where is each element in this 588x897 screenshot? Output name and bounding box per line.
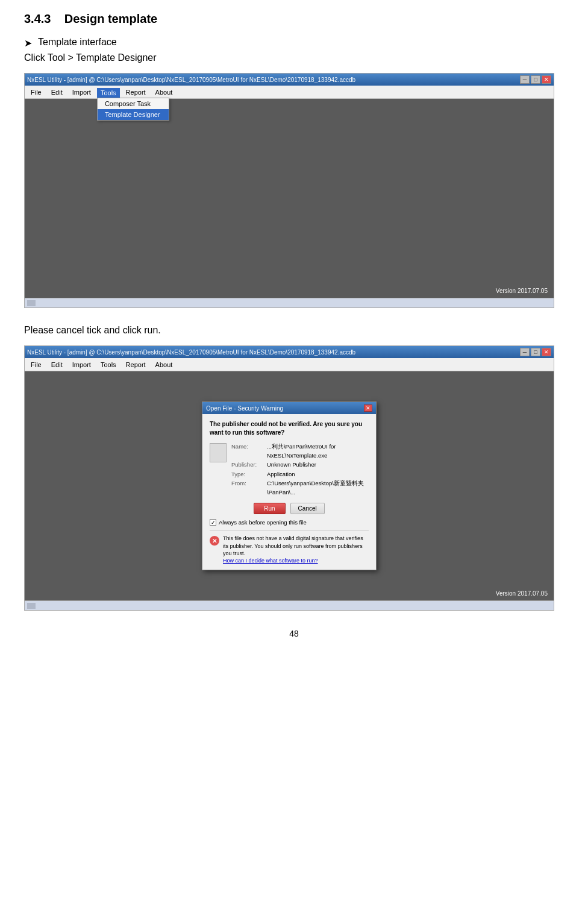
dialog-info-table: Name: ...利共\PanPan\MetroUI for NxESL\NxT… [231, 442, 369, 497]
dialog-security-icon: ✕ [210, 536, 219, 546]
screenshot-2: NxESL Utility - [admin] @ C:\Users\yanpa… [24, 345, 554, 611]
menu-tools-wrapper-1: Tools Composer Task Template Designer [97, 87, 120, 98]
dialog-from-label: From: [231, 479, 264, 497]
menu-bar-2: File Edit Import Tools Report About [25, 358, 554, 371]
between-text: Please cancel tick and click run. [24, 325, 564, 336]
dropdown-composer-task[interactable]: Composer Task [98, 98, 169, 109]
dialog-checkbox-label: Always ask before opening this file [219, 519, 307, 526]
dialog-title: Open File - Security Warning [206, 405, 283, 412]
dialog-checkbox-row: ✓ Always ask before opening this file [210, 519, 369, 526]
dialog-publisher-label: Publisher: [231, 460, 264, 469]
menu-about-1[interactable]: About [152, 87, 177, 97]
section-title: Design template [64, 12, 157, 25]
dialog-titlebar: Open File - Security Warning ✕ [202, 402, 376, 414]
security-warning-dialog: Open File - Security Warning ✕ The publi… [202, 401, 377, 570]
dialog-type-value: Application [267, 470, 295, 479]
menu-import-1[interactable]: Import [69, 87, 95, 97]
status-bar-handle-1 [27, 300, 36, 306]
close-button-2[interactable]: ✕ [542, 348, 551, 356]
bullet-label: Template interface [38, 37, 117, 48]
maximize-button-1[interactable]: □ [531, 75, 540, 84]
dialog-info-type-row: Type: Application [231, 470, 369, 479]
minimize-button-1[interactable]: ─ [520, 75, 530, 84]
menu-file-1[interactable]: File [27, 87, 45, 97]
menu-edit-2[interactable]: Edit [48, 360, 66, 370]
dialog-cancel-button[interactable]: Cancel [290, 503, 325, 514]
menu-tools-2[interactable]: Tools [97, 360, 120, 370]
screenshot-1: NxESL Utility - [admin] @ C:\Users\yanpa… [24, 73, 554, 308]
dialog-name-label: Name: [231, 442, 264, 460]
titlebar-text-2: NxESL Utility - [admin] @ C:\Users\yanpa… [27, 349, 355, 356]
window-controls-2: ─ □ ✕ [520, 348, 551, 356]
dialog-warning-text: The publisher could not be verified. Are… [210, 420, 369, 437]
dialog-security-section: ✕ This file does not have a valid digita… [210, 530, 369, 564]
app-content-1: Version 2017.07.05 [25, 99, 554, 298]
menu-tools-dropdown-1: Composer Task Template Designer [97, 98, 169, 121]
bullet-arrow-icon: ➤ [24, 37, 32, 49]
dialog-close-button[interactable]: ✕ [364, 404, 372, 412]
menu-about-2[interactable]: About [152, 360, 177, 370]
dialog-info-from-row: From: C:\Users\yanpan\Desktop\新童暨料夹\PanP… [231, 479, 369, 497]
menu-report-1[interactable]: Report [122, 87, 149, 97]
status-bar-2 [25, 600, 554, 610]
menu-file-2[interactable]: File [27, 360, 45, 370]
dialog-icon-row: Name: ...利共\PanPan\MetroUI for NxESL\NxT… [210, 442, 369, 497]
dialog-security-text-block: This file does not have a valid digital … [223, 535, 369, 564]
titlebar-text-1: NxESL Utility - [admin] @ C:\Users\yanpa… [27, 77, 355, 83]
menu-report-2[interactable]: Report [122, 360, 149, 370]
dropdown-template-designer[interactable]: Template Designer [98, 109, 169, 120]
version-text-1: Version 2017.07.05 [496, 288, 548, 294]
dialog-name-value: ...利共\PanPan\MetroUI for NxESL\NxTemplat… [267, 442, 369, 460]
dialog-publisher-value: Unknown Publisher [267, 460, 316, 469]
dialog-content: The publisher could not be verified. Are… [202, 414, 376, 570]
dialog-info-name-row: Name: ...利共\PanPan\MetroUI for NxESL\NxT… [231, 442, 369, 460]
page-number: 48 [24, 629, 564, 638]
dialog-checkbox[interactable]: ✓ [210, 519, 216, 526]
dialog-security-link[interactable]: How can I decide what software to run? [223, 558, 369, 564]
dialog-security-text: This file does not have a valid digital … [223, 535, 369, 558]
maximize-button-2[interactable]: □ [531, 348, 540, 356]
instruction-text-1: Click Tool > Template Designer [24, 52, 564, 63]
menu-edit-1[interactable]: Edit [48, 87, 66, 97]
window-titlebar-1: NxESL Utility - [admin] @ C:\Users\yanpa… [25, 74, 554, 86]
window-controls-1: ─ □ ✕ [520, 75, 551, 84]
dialog-type-label: Type: [231, 470, 264, 479]
menu-bar-1: File Edit Import Tools Composer Task Tem… [25, 86, 554, 99]
app-content-2: Version 2017.07.05 Open File - Security … [25, 371, 554, 600]
minimize-button-2[interactable]: ─ [520, 348, 530, 356]
section-heading: 3.4.3 Design template [24, 12, 564, 26]
dialog-file-icon [210, 443, 227, 462]
menu-tools-1[interactable]: Tools [97, 88, 120, 98]
dialog-run-button[interactable]: Run [254, 503, 285, 514]
menu-import-2[interactable]: Import [69, 360, 95, 370]
dialog-from-value: C:\Users\yanpan\Desktop\新童暨料夹\PanPan\... [267, 479, 369, 497]
bullet-template-interface: ➤ Template interface [24, 37, 564, 49]
dialog-info-publisher-row: Publisher: Unknown Publisher [231, 460, 369, 469]
status-bar-handle-2 [27, 603, 36, 609]
dialog-overlay: Open File - Security Warning ✕ The publi… [25, 371, 554, 600]
dialog-buttons: Run Cancel [210, 503, 369, 514]
close-button-1[interactable]: ✕ [542, 75, 551, 84]
window-titlebar-2: NxESL Utility - [admin] @ C:\Users\yanpa… [25, 346, 554, 358]
status-bar-1 [25, 298, 554, 307]
section-number: 3.4.3 [24, 12, 51, 25]
